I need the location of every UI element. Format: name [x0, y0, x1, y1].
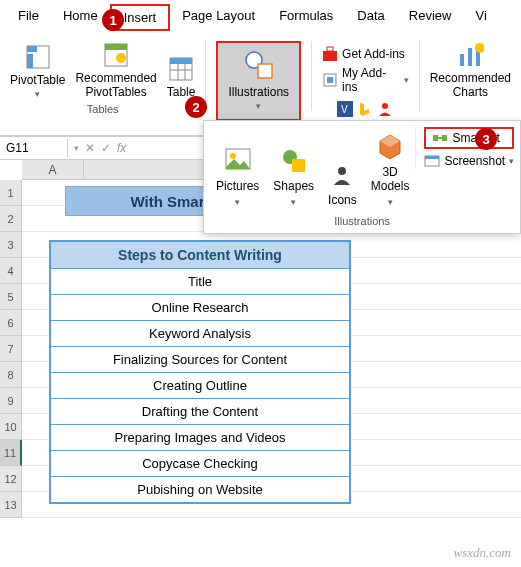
icons-icon [328, 161, 356, 189]
col-header[interactable]: A [22, 160, 84, 180]
screenshot-label: Screenshot [444, 154, 505, 168]
name-box[interactable]: G11 [0, 139, 68, 157]
cancel-icon: ✕ [85, 141, 95, 155]
people-icon[interactable] [377, 101, 393, 117]
3d-models-label: 3D Models [371, 165, 410, 193]
svg-rect-32 [425, 156, 439, 159]
recommended-pivottables-button[interactable]: Recommended PivotTables [75, 41, 156, 99]
table-header: Steps to Content Writing [51, 242, 349, 269]
illustrations-label: Illustrations [228, 85, 289, 99]
menu-view[interactable]: Vi [463, 4, 498, 31]
smartart-button[interactable]: SmartArt [424, 127, 514, 149]
annotation-marker-3: 3 [475, 128, 497, 150]
menu-review[interactable]: Review [397, 4, 464, 31]
svg-rect-4 [105, 44, 127, 50]
icons-button[interactable]: Icons [328, 161, 357, 207]
table-button[interactable]: Table [167, 55, 196, 99]
svg-point-19 [382, 103, 388, 109]
table-row: Keyword Analysis [51, 321, 349, 347]
pivottable-button[interactable]: PivotTable ▾ [10, 43, 65, 99]
recommended-pivottables-label: Recommended PivotTables [75, 71, 156, 99]
my-addins-button[interactable]: My Add-ins ▾ [322, 66, 409, 94]
chevron-down-icon: ▾ [404, 75, 409, 85]
menu-formulas[interactable]: Formulas [267, 4, 345, 31]
menu-file[interactable]: File [6, 4, 51, 31]
row-header[interactable]: 5 [0, 284, 22, 310]
illustrations-dropdown: Pictures ▾ Shapes ▾ Icons 3D Models ▾ Sm… [203, 120, 521, 234]
screenshot-button[interactable]: Screenshot ▾ [424, 153, 514, 169]
group-charts: Recommended Charts [424, 41, 517, 99]
svg-rect-7 [170, 58, 192, 64]
svg-rect-20 [460, 54, 464, 66]
icons-label: Icons [328, 193, 357, 207]
table-row: Copycase Checking [51, 451, 349, 477]
chevron-down-icon[interactable]: ▾ [74, 143, 79, 153]
row-header[interactable]: 1 [0, 180, 22, 206]
svg-point-28 [338, 167, 346, 175]
smartart-icon [432, 130, 448, 146]
pivottable-icon [24, 43, 52, 71]
menu-data[interactable]: Data [345, 4, 396, 31]
3d-models-icon [376, 133, 404, 161]
chevron-down-icon: ▾ [256, 101, 261, 111]
separator [205, 41, 206, 111]
svg-rect-21 [468, 48, 472, 66]
chevron-down-icon: ▾ [235, 197, 240, 207]
visio-icon[interactable]: V [337, 101, 353, 117]
illustrations-icon [241, 47, 277, 83]
row-header[interactable]: 2 [0, 206, 22, 232]
table-row: Online Research [51, 295, 349, 321]
table-row: Creating Outline [51, 373, 349, 399]
my-addins-label: My Add-ins [342, 66, 400, 94]
table-row: Drafting the Content [51, 399, 349, 425]
table-row: Pubishing on Website [51, 477, 349, 502]
screenshot-icon [424, 153, 440, 169]
menu-pagelayout[interactable]: Page Layout [170, 4, 267, 31]
3d-models-button[interactable]: 3D Models ▾ [371, 133, 410, 207]
row-header[interactable]: 11 [0, 440, 22, 466]
row-header[interactable]: 10 [0, 414, 22, 440]
svg-rect-14 [327, 47, 333, 51]
svg-point-25 [230, 153, 236, 159]
svg-rect-27 [292, 159, 305, 172]
svg-point-5 [116, 53, 126, 63]
chevron-down-icon: ▾ [509, 156, 514, 166]
table-row: Preparing Images and Videos [51, 425, 349, 451]
chevron-down-icon: ▾ [35, 89, 40, 99]
svg-rect-16 [327, 77, 333, 83]
fx-icon[interactable]: fx [117, 141, 126, 155]
recommended-charts-button[interactable]: Recommended Charts [430, 41, 511, 99]
row-header[interactable]: 12 [0, 466, 22, 492]
store-icon [322, 46, 338, 62]
svg-rect-1 [27, 46, 37, 52]
row-header[interactable]: 13 [0, 492, 22, 518]
recommended-charts-label: Recommended Charts [430, 71, 511, 99]
group-tables-label: Tables [87, 103, 119, 115]
shapes-label: Shapes [273, 179, 314, 193]
dropdown-group-label: Illustrations [210, 215, 514, 227]
separator [419, 41, 420, 111]
recommended-pivottables-icon [102, 41, 130, 69]
content-table: Steps to Content Writing TitleOnline Res… [49, 240, 351, 504]
shapes-icon [280, 147, 308, 175]
row-header[interactable]: 4 [0, 258, 22, 284]
menu-home[interactable]: Home [51, 4, 110, 31]
row-header[interactable]: 7 [0, 336, 22, 362]
bing-icon[interactable] [357, 101, 373, 117]
watermark: wsxdn.com [454, 545, 511, 561]
illustrations-button[interactable]: Illustrations ▾ [216, 41, 301, 121]
svg-rect-12 [258, 64, 272, 78]
svg-rect-2 [27, 54, 33, 68]
shapes-button[interactable]: Shapes ▾ [273, 147, 314, 207]
pivottable-label: PivotTable [10, 73, 65, 87]
annotation-marker-1: 1 [102, 9, 124, 31]
svg-text:V: V [341, 104, 348, 115]
svg-rect-13 [323, 51, 337, 61]
get-addins-button[interactable]: Get Add-ins [322, 46, 405, 62]
pictures-button[interactable]: Pictures ▾ [216, 147, 259, 207]
row-header[interactable]: 6 [0, 310, 22, 336]
row-header[interactable]: 9 [0, 388, 22, 414]
group-illustrations: Illustrations ▾ [210, 41, 307, 121]
row-header[interactable]: 3 [0, 232, 22, 258]
row-header[interactable]: 8 [0, 362, 22, 388]
